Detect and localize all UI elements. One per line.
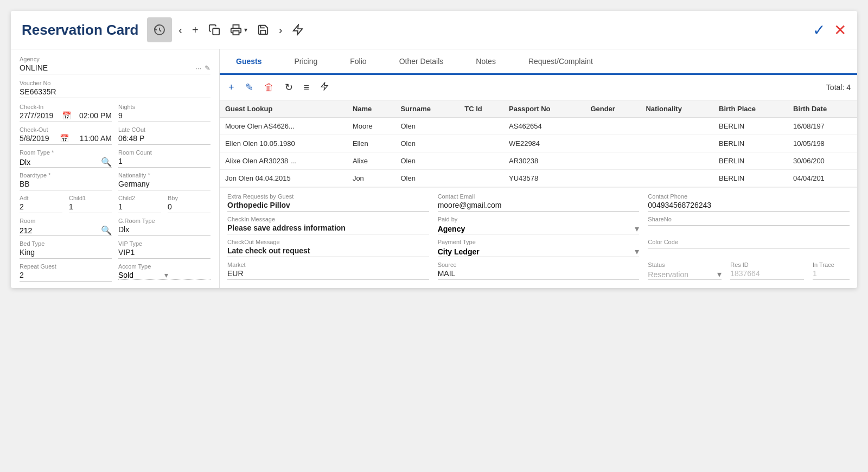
table-header-row: Guest Lookup Name Surname TC Id Passport… — [220, 100, 857, 118]
status-field: Status Reservation ▾ — [648, 261, 722, 280]
lightning-guest-button[interactable] — [318, 80, 331, 95]
table-row[interactable]: Ellen Olen 10.05.1980EllenOlenWE22984BER… — [220, 135, 857, 152]
forward-button[interactable]: › — [279, 24, 283, 36]
board-row: Boardtype * BB Nationality * Germany — [20, 172, 210, 190]
table-row[interactable]: Jon Olen 04.04.2015JonOlenYU43578BERLIN0… — [220, 170, 857, 187]
guests-toolbar: + ✎ 🗑 ↻ ≡ Total: 4 — [220, 75, 857, 100]
col-nationality: Nationality — [640, 100, 713, 118]
tab-pricing[interactable]: Pricing — [278, 49, 334, 73]
room-row: Room 212 🔍 G.Room Type Dlx — [20, 218, 210, 236]
title-bar: Reservation Card ‹ + ▾ — [11, 11, 857, 49]
guests-table-wrapper: Guest Lookup Name Surname TC Id Passport… — [220, 100, 857, 187]
payment-type-field: Payment Type City Ledger ▾ — [438, 239, 640, 257]
room-search: 212 🔍 — [20, 225, 112, 236]
svg-rect-1 — [213, 28, 219, 35]
refresh-guest-button[interactable]: ↻ — [283, 79, 295, 95]
left-panel: Agency ONLINE ··· ✎ Voucher No SE66335R … — [11, 49, 220, 288]
tab-guests[interactable]: Guests — [220, 49, 278, 75]
bed-row: Bed Type King VIP Type VIP1 — [20, 240, 210, 259]
save-button[interactable] — [257, 24, 269, 36]
accom-dropdown-icon: ▾ — [164, 271, 210, 279]
svg-marker-3 — [293, 25, 303, 35]
tab-folio[interactable]: Folio — [334, 49, 382, 73]
toolbar-right: ✓ ✕ — [813, 21, 846, 39]
repeat-row: Repeat Guest 2 Accom Type Sold ▾ — [20, 263, 210, 282]
pax-row: Adt 2 Child1 1 Child2 1 Bby 0 — [20, 195, 210, 213]
contact-email-field: Contact Email moore@gmail.com — [438, 193, 640, 212]
delete-guest-button[interactable]: 🗑 — [262, 80, 276, 95]
lightning-button[interactable] — [292, 24, 304, 36]
payment-type-dropdown-icon: ▾ — [635, 246, 639, 257]
col-name: Name — [347, 100, 395, 118]
page-title: Reservation Card — [22, 22, 138, 39]
room-type-search-icon[interactable]: 🔍 — [101, 157, 112, 167]
print-button[interactable]: ▾ — [230, 24, 247, 36]
svg-marker-4 — [321, 82, 328, 90]
history-button[interactable] — [147, 17, 172, 42]
confirm-button[interactable]: ✓ — [813, 21, 825, 39]
color-code-field: Color Code — [648, 239, 850, 257]
accom-type-select[interactable]: Sold ▾ — [118, 271, 210, 280]
col-guest-lookup: Guest Lookup — [220, 100, 347, 118]
checkin-calendar-icon[interactable]: 📅 — [62, 111, 71, 120]
roomtype-row: Room Type * Dlx 🔍 Room Count 1 — [20, 149, 210, 168]
tab-notes[interactable]: Notes — [459, 49, 512, 73]
tabs-bar: Guests Pricing Folio Other Details Notes… — [220, 49, 857, 75]
ellipsis-icon[interactable]: ··· — [195, 64, 201, 72]
room-search-icon[interactable]: 🔍 — [101, 225, 112, 235]
in-trace-field: In Trace 1 — [813, 261, 850, 280]
paid-by-field: Paid by Agency ▾ — [438, 216, 640, 234]
col-gender: Gender — [585, 100, 640, 118]
contact-phone-field: Contact Phone 004934568726243 — [648, 193, 850, 212]
svg-rect-2 — [233, 31, 239, 35]
source-field: Source MAIL — [438, 261, 640, 280]
room-type-search: Dlx 🔍 — [20, 157, 112, 168]
col-birth-place: Birth Place — [713, 100, 788, 118]
guests-total: Total: 4 — [826, 83, 851, 92]
add-guest-button[interactable]: + — [226, 80, 237, 95]
right-panel: Guests Pricing Folio Other Details Notes… — [220, 49, 857, 288]
main-toolbar: ‹ + ▾ › — [178, 24, 304, 36]
market-field: Market EUR — [227, 261, 429, 280]
col-tc-id: TC Id — [459, 100, 503, 118]
guests-table: Guest Lookup Name Surname TC Id Passport… — [220, 100, 857, 187]
extra-requests-field: Extra Requests by Guest Orthopedic Pillo… — [227, 193, 429, 212]
col-birth-date: Birth Date — [788, 100, 857, 118]
col-passport: Passport No — [503, 100, 585, 118]
checkin-message-field: CheckIn Message Please save address info… — [227, 216, 429, 234]
status-dropdown-icon: ▾ — [717, 269, 722, 279]
checkout-calendar-icon[interactable]: 📅 — [60, 134, 69, 143]
table-row[interactable]: Alixe Olen AR30238 ...AlixeOlenAR30238BE… — [220, 152, 857, 170]
add-button[interactable]: + — [192, 24, 199, 36]
menu-guest-button[interactable]: ≡ — [302, 80, 312, 95]
checkout-message-field: CheckOut Message Late check out request — [227, 239, 429, 257]
share-no-field: ShareNo — [648, 216, 850, 234]
content-area: Agency ONLINE ··· ✎ Voucher No SE66335R … — [11, 49, 857, 288]
tab-request-complaint[interactable]: Request/Complaint — [512, 49, 609, 73]
voucher-field: Voucher No SE66335R — [20, 80, 210, 98]
edit-icon[interactable]: ✎ — [205, 64, 210, 72]
paid-by-dropdown-icon: ▾ — [635, 224, 639, 234]
agency-field: Agency ONLINE ··· ✎ — [20, 56, 210, 74]
checkin-row: Check-In 27/7/2019 📅 02:00 PM Nights 9 — [20, 104, 210, 122]
checkout-row: Check-Out 5/8/2019 📅 11:00 AM Late COut … — [20, 126, 210, 145]
copy-button[interactable] — [208, 24, 220, 36]
col-surname: Surname — [395, 100, 459, 118]
res-id-field: Res ID 1837664 — [730, 261, 804, 280]
tab-other-details[interactable]: Other Details — [383, 49, 460, 73]
close-button[interactable]: ✕ — [834, 21, 846, 39]
back-button[interactable]: ‹ — [178, 24, 182, 36]
table-row[interactable]: Moore Olen AS4626...MooreOlenAS462654BER… — [220, 118, 857, 135]
edit-guest-button[interactable]: ✎ — [243, 79, 256, 95]
bottom-section: Extra Requests by Guest Orthopedic Pillo… — [220, 187, 857, 285]
